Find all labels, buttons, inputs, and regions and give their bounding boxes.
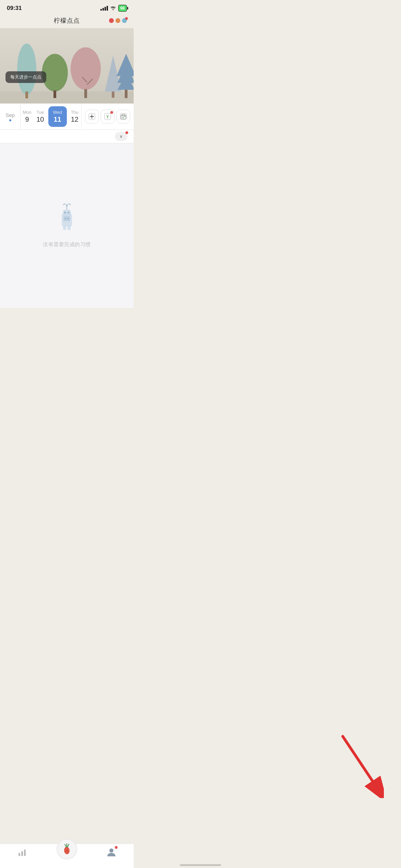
status-time: 09:31 (7, 5, 22, 12)
day-name-thu: Thu (71, 110, 78, 115)
calendar-days: Mon 9 Tue 10 Wed 11 Thu 12 (21, 104, 81, 130)
calendar-day-mon9[interactable]: Mon 9 (21, 106, 34, 128)
app-title: 柠檬点点 (54, 16, 80, 25)
chevron-down-icon: ∨ (120, 134, 123, 139)
header-decoration (109, 18, 127, 23)
filter-dropdown[interactable]: ∨ (115, 132, 127, 141)
trees-illustration (0, 28, 134, 104)
calendar-day-tue10[interactable]: Tue 10 (34, 106, 47, 128)
svg-point-2 (17, 44, 36, 95)
plant-button[interactable] (101, 110, 114, 123)
main-content: 没有需要完成的习惯 (0, 143, 134, 308)
calendar-day-wed11[interactable]: Wed 11 (48, 106, 67, 127)
dot-orange (116, 18, 120, 23)
svg-rect-3 (25, 92, 28, 98)
svg-rect-5 (53, 91, 56, 98)
signal-icon (100, 6, 108, 11)
day-number-11: 11 (54, 116, 61, 123)
month-label: Sep (0, 104, 21, 130)
plus-icon (88, 113, 95, 120)
svg-rect-21 (121, 115, 126, 119)
svg-rect-31 (63, 216, 70, 221)
calendar-day-thu12[interactable]: Thu 12 (68, 106, 81, 128)
month-text: Sep (5, 112, 15, 118)
calendar-check-button[interactable] (117, 110, 130, 123)
empty-state: 没有需要完成的习惯 (43, 203, 91, 248)
svg-rect-7 (84, 89, 87, 98)
calendar-strip: Sep Mon 9 Tue 10 Wed 11 Thu 12 (0, 104, 81, 130)
day-name-wed: Wed (53, 110, 62, 115)
svg-point-32 (65, 218, 66, 219)
motivational-tooltip: 每天进步一点点 (5, 71, 46, 83)
day-number-9: 9 (25, 116, 29, 123)
svg-rect-34 (63, 226, 66, 230)
wifi-icon (110, 5, 116, 11)
empty-state-text: 没有需要完成的习惯 (43, 241, 91, 248)
status-bar: 09:31 98 (0, 0, 134, 14)
add-habit-button[interactable] (85, 110, 99, 123)
svg-rect-35 (68, 226, 71, 230)
svg-point-28 (68, 212, 70, 214)
svg-rect-11 (112, 92, 114, 98)
svg-rect-26 (63, 209, 71, 217)
calendar-check-icon (120, 113, 127, 120)
svg-point-27 (64, 212, 66, 214)
svg-point-33 (68, 218, 69, 219)
day-number-10: 10 (36, 116, 44, 123)
notification-dot (125, 17, 128, 20)
empty-state-icon (53, 203, 81, 236)
calendar-toolbar-row: Sep Mon 9 Tue 10 Wed 11 Thu 12 (0, 104, 134, 130)
dropdown-notification-dot (125, 131, 128, 134)
svg-point-6 (71, 47, 101, 90)
dropdown-row: ∨ (0, 130, 134, 143)
day-number-12: 12 (71, 116, 78, 123)
dot-blue (122, 18, 127, 23)
svg-rect-15 (125, 90, 127, 98)
day-name-tue: Tue (36, 110, 44, 115)
app-header: 柠檬点点 (0, 14, 134, 28)
illustration-area: 每天进步一点点 (0, 28, 134, 104)
dot-red (109, 18, 114, 23)
status-icons: 98 (100, 5, 127, 12)
svg-point-30 (66, 204, 68, 206)
plant-icon (104, 113, 111, 120)
day-name-mon: Mon (23, 110, 31, 115)
toolbar-section (81, 105, 134, 129)
battery-indicator: 98 (118, 5, 127, 12)
month-dot (9, 119, 11, 121)
